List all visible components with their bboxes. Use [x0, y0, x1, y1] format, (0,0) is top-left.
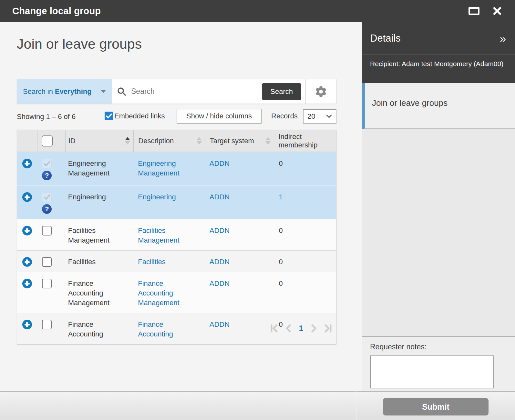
collapse-panel-icon[interactable]: »: [500, 33, 506, 44]
row-checkbox-checked-disabled[interactable]: [42, 192, 52, 202]
close-icon[interactable]: [492, 6, 502, 16]
row-target-system-link[interactable]: ADDN: [210, 159, 230, 167]
details-header: Details »: [362, 22, 515, 55]
row-id: Engineering: [65, 186, 134, 219]
footer: Submit: [0, 391, 515, 420]
row-description-link[interactable]: Finance Accounting Management: [138, 279, 179, 307]
showing-count: Showing 1 – 6 of 6: [17, 113, 76, 121]
title-bar: Change local group: [0, 0, 515, 22]
expand-row-icon[interactable]: [22, 192, 32, 202]
row-target-system-link[interactable]: ADDN: [210, 258, 230, 266]
row-target-system-link[interactable]: ADDN: [210, 279, 230, 287]
details-title: Details: [370, 33, 401, 44]
row-description-link[interactable]: Facilities Management: [138, 226, 179, 244]
row-checkbox[interactable]: [42, 320, 52, 329]
expand-row-icon[interactable]: [22, 226, 32, 235]
row-target-system-link[interactable]: ADDN: [210, 193, 230, 201]
table-row: Facilities Facilities ADDN 0: [17, 250, 336, 272]
sort-icon: [197, 137, 202, 145]
row-description-link[interactable]: Engineering: [138, 193, 176, 201]
table-row: Finance Accounting Management Finance Ac…: [17, 272, 336, 313]
requester-notes-input[interactable]: [370, 355, 494, 388]
table-row: ? Engineering Management Engineering Man…: [17, 152, 336, 185]
row-id: Engineering Management: [65, 152, 134, 185]
row-target-system-link[interactable]: ADDN: [210, 320, 230, 328]
show-hide-columns-button[interactable]: Show / hide columns: [177, 109, 262, 124]
row-indirect-membership: 0: [274, 152, 336, 185]
row-description-link[interactable]: Finance Accounting: [138, 320, 173, 338]
footer-left: [0, 391, 356, 420]
row-id: Finance Accounting Management: [65, 272, 134, 313]
change-local-group-dialog: Change local group Join or leave groups …: [0, 0, 515, 420]
sort-asc-icon: [125, 137, 130, 145]
window-title: Change local group: [12, 6, 101, 16]
header-select-all: [37, 130, 57, 152]
row-checkbox[interactable]: [42, 226, 52, 235]
row-indirect-membership: 0: [274, 272, 336, 313]
records-label: Records: [271, 112, 298, 120]
pagination: 1: [269, 324, 333, 333]
records-value: 20: [307, 112, 315, 121]
next-page-icon[interactable]: [310, 324, 318, 333]
row-indirect-membership-link[interactable]: 1: [279, 193, 283, 201]
row-id: Facilities: [65, 251, 134, 272]
details-item-join-or-leave-groups[interactable]: Join or leave groups: [362, 83, 515, 129]
requester-notes-label: Requester notes:: [370, 343, 507, 351]
table-header: ID Description Target system Indirect me…: [17, 130, 336, 152]
header-description[interactable]: Description: [133, 130, 205, 152]
settings-gear-button[interactable]: [306, 79, 336, 104]
expand-row-icon[interactable]: [22, 159, 32, 168]
search-button[interactable]: Search: [262, 83, 301, 100]
table-row: ? Engineering Engineering ADDN 1: [17, 185, 336, 219]
search-field: [112, 79, 262, 104]
row-checkbox[interactable]: [42, 279, 52, 288]
embedded-links-label: Embedded links: [114, 112, 165, 120]
chevron-down-icon: [326, 115, 332, 118]
previous-page-icon[interactable]: [284, 324, 292, 333]
row-id: Facilities Management: [65, 219, 134, 250]
footer-right: Submit: [356, 391, 515, 420]
row-description-link[interactable]: Facilities: [138, 258, 166, 266]
expand-row-icon[interactable]: [22, 257, 32, 267]
expand-row-icon[interactable]: [22, 320, 32, 329]
maximize-icon[interactable]: [469, 7, 479, 15]
search-bar: Search in Everything Search: [17, 79, 336, 104]
search-scope-prefix: Search in: [23, 87, 53, 96]
header-target-system[interactable]: Target system: [205, 130, 274, 152]
header-expand-column: [17, 130, 37, 152]
records-per-page-select[interactable]: 20: [303, 109, 336, 124]
details-empty-area: [362, 129, 515, 336]
header-indirect-membership: Indirect membership: [274, 130, 336, 152]
row-target-system-link[interactable]: ADDN: [210, 226, 230, 235]
checkbox-checked-icon: [105, 112, 113, 120]
question-icon[interactable]: ?: [42, 171, 52, 180]
row-description-link[interactable]: Engineering Management: [138, 159, 179, 177]
select-all-checkbox[interactable]: [42, 135, 53, 146]
row-indirect-membership: 0: [274, 251, 336, 272]
first-page-icon[interactable]: [269, 324, 279, 333]
details-item-label: Join or leave groups: [372, 98, 448, 108]
expand-row-icon[interactable]: [22, 279, 32, 288]
table-row: Facilities Management Facilities Managem…: [17, 219, 336, 250]
row-checkbox-checked-disabled[interactable]: [42, 159, 52, 168]
requester-notes-section: Requester notes:: [362, 336, 515, 391]
header-id[interactable]: ID: [65, 130, 134, 152]
row-indirect-membership: 0: [274, 219, 336, 250]
page-number[interactable]: 1: [297, 324, 305, 333]
header-spacer-column: [57, 130, 65, 152]
details-panel: Details » Recipient: Adam test Montgomer…: [356, 22, 515, 391]
search-input[interactable]: [131, 87, 257, 96]
main-content: Join or leave groups Search in Everythin…: [0, 22, 356, 391]
search-scope-dropdown[interactable]: Search in Everything: [17, 79, 112, 104]
search-scope-value: Everything: [55, 87, 92, 96]
last-page-icon[interactable]: [323, 324, 333, 333]
row-checkbox[interactable]: [42, 257, 52, 267]
submit-button[interactable]: Submit: [383, 398, 489, 415]
groups-table: ID Description Target system Indirect me…: [17, 130, 336, 345]
gear-icon: [314, 85, 327, 98]
embedded-links-checkbox[interactable]: Embedded links: [105, 112, 165, 120]
recipient-info: Recipient: Adam test Montgomery (Adam00): [362, 55, 515, 83]
page-title: Join or leave groups: [17, 36, 142, 52]
question-icon[interactable]: ?: [42, 204, 52, 214]
sort-icon: [265, 137, 271, 145]
